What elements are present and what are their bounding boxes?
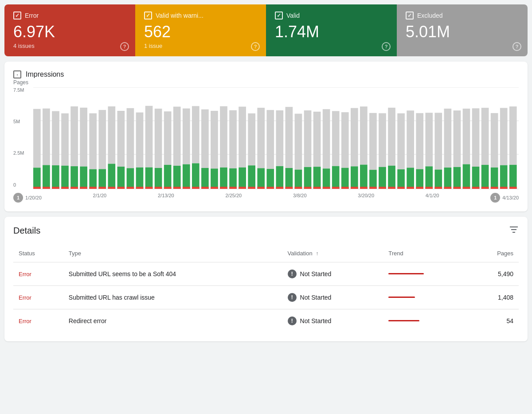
svg-rect-69	[239, 106, 246, 167]
svg-rect-103	[341, 168, 349, 188]
svg-rect-31	[117, 167, 125, 189]
svg-rect-16	[70, 166, 78, 189]
svg-rect-6	[43, 108, 50, 165]
svg-rect-68	[229, 187, 237, 189]
svg-rect-82	[276, 166, 284, 188]
warning-checkbox[interactable]	[144, 12, 152, 20]
svg-rect-74	[248, 187, 255, 189]
excluded-help-icon[interactable]: ?	[512, 42, 521, 51]
svg-rect-148	[481, 165, 489, 189]
valid-checkbox[interactable]	[275, 12, 283, 20]
svg-rect-94	[313, 167, 321, 189]
svg-rect-44	[155, 187, 162, 189]
pages-label: Pages	[13, 79, 28, 86]
svg-rect-140	[454, 187, 461, 189]
svg-rect-107	[351, 187, 358, 189]
svg-rect-33	[127, 108, 134, 168]
error-checkbox[interactable]	[13, 12, 21, 20]
svg-rect-156	[509, 106, 517, 165]
col-header-pages: Pages	[469, 246, 519, 262]
warning-subtitle: 1 issue	[144, 43, 257, 49]
svg-rect-158	[509, 187, 517, 189]
excluded-checkbox[interactable]	[406, 12, 414, 20]
svg-rect-91	[304, 167, 312, 188]
svg-rect-151	[491, 167, 498, 188]
svg-rect-138	[454, 110, 461, 167]
valid-card[interactable]: Valid 1.74M ?	[266, 4, 397, 56]
excluded-card[interactable]: Excluded 5.01M ?	[397, 4, 528, 56]
svg-rect-14	[61, 187, 69, 189]
svg-rect-28	[108, 164, 115, 189]
svg-rect-108	[360, 106, 368, 164]
svg-rect-93	[313, 112, 321, 167]
svg-rect-5	[33, 187, 41, 189]
svg-rect-39	[145, 105, 153, 167]
row-3-validation-text: Not Started	[300, 317, 332, 324]
warning-help-icon[interactable]: ?	[251, 42, 260, 51]
row-1-status: Error	[19, 271, 31, 277]
svg-rect-118	[388, 165, 395, 188]
svg-rect-38	[136, 187, 144, 189]
warning-title: Valid with warni...	[156, 12, 203, 19]
svg-rect-41	[145, 187, 153, 189]
x-label-5: 3/8/20	[293, 193, 307, 203]
filter-icon[interactable]	[509, 226, 519, 236]
row-3-trend	[388, 320, 419, 321]
y-label-2.5m: 2.5M	[13, 150, 24, 156]
svg-rect-3	[33, 109, 41, 168]
svg-rect-100	[332, 166, 340, 188]
table-row[interactable]: Error Submitted URL has crawl issue ! No…	[13, 285, 519, 309]
valid-help-icon[interactable]: ?	[382, 42, 391, 51]
chart-svg	[33, 87, 519, 189]
svg-rect-12	[61, 113, 69, 165]
svg-rect-111	[369, 113, 377, 169]
col-header-validation[interactable]: Validation ↑	[282, 246, 383, 262]
svg-rect-149	[481, 187, 489, 189]
table-row[interactable]: Error Submitted URL seems to be a Soft 4…	[13, 262, 519, 285]
svg-rect-70	[239, 167, 246, 188]
svg-rect-146	[472, 187, 480, 189]
error-help-icon[interactable]: ?	[120, 42, 129, 51]
details-header: Details	[13, 226, 519, 236]
svg-rect-47	[164, 187, 172, 189]
svg-rect-98	[323, 187, 330, 189]
svg-rect-147	[481, 108, 489, 165]
svg-rect-11	[52, 187, 59, 189]
svg-rect-72	[248, 113, 255, 165]
svg-rect-48	[173, 106, 181, 165]
svg-rect-154	[500, 165, 508, 188]
error-subtitle: 4 issues	[13, 43, 126, 49]
svg-rect-134	[434, 187, 442, 189]
row-2-type: Submitted URL has crawl issue	[69, 294, 155, 301]
error-card[interactable]: Error 6.97K 4 issues ?	[4, 4, 135, 56]
svg-rect-122	[397, 187, 405, 189]
svg-rect-123	[407, 110, 414, 168]
warning-card[interactable]: Valid with warni... 562 1 issue ?	[135, 4, 266, 56]
error-title: Error	[25, 12, 39, 19]
table-header: Status Type Validation ↑ Trend Pages	[13, 246, 519, 262]
row-1-type: Submitted URL seems to be a Soft 404	[69, 270, 176, 277]
svg-rect-54	[192, 106, 200, 163]
table-row[interactable]: Error Redirect error ! Not Started 54	[13, 309, 519, 332]
excluded-value: 5.01M	[406, 23, 519, 41]
svg-rect-109	[360, 164, 368, 188]
svg-rect-121	[397, 169, 405, 189]
not-started-icon-1: !	[288, 269, 297, 278]
svg-rect-55	[192, 163, 200, 189]
chart-title: Impressions	[26, 70, 64, 78]
chart-section: Impressions 7.5M 5M 2.5M 0 Pages	[4, 62, 528, 211]
not-started-icon-2: !	[288, 293, 297, 302]
status-cards: Error 6.97K 4 issues ? Valid with warni.…	[4, 4, 528, 56]
svg-rect-115	[379, 167, 386, 188]
excluded-title: Excluded	[417, 12, 443, 19]
svg-rect-105	[351, 108, 358, 166]
table-body: Error Submitted URL seems to be a Soft 4…	[13, 262, 519, 332]
svg-rect-84	[286, 107, 293, 168]
svg-rect-128	[416, 187, 423, 189]
svg-rect-62	[211, 187, 218, 189]
svg-rect-114	[379, 113, 386, 167]
svg-rect-89	[295, 187, 302, 189]
svg-rect-37	[136, 167, 144, 188]
row-2-validation: ! Not Started	[288, 293, 378, 302]
svg-rect-126	[416, 113, 423, 169]
